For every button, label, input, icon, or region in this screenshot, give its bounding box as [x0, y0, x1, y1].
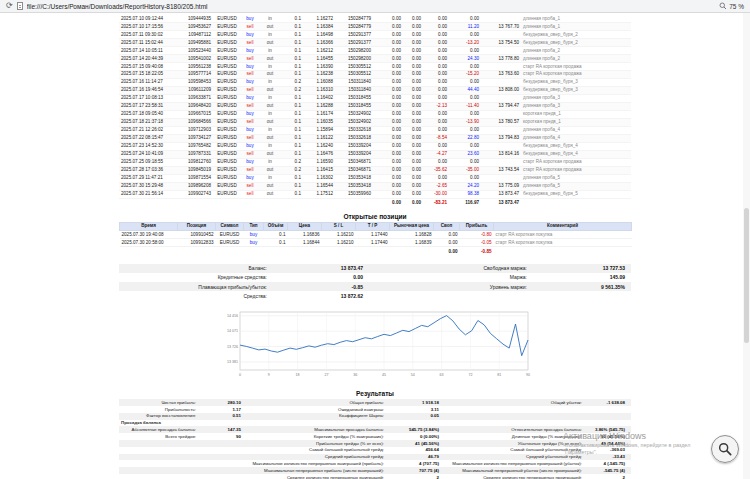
deal-commission: 0.00	[373, 70, 403, 78]
result-value	[585, 406, 631, 413]
deal-profit: -11.40	[449, 102, 481, 110]
magnifier-button[interactable]	[711, 435, 739, 463]
vertical-scrollbar[interactable]	[743, 13, 750, 479]
result-value: 280.10	[199, 399, 247, 406]
deal-comment: длинная проба_1	[521, 22, 631, 30]
deal-price: 1.16476	[303, 150, 335, 158]
deal-commission: 0.00	[373, 134, 403, 142]
deal-comment: короткая предв_1	[521, 110, 631, 118]
deal-type: sell	[241, 54, 259, 62]
result-label	[119, 467, 199, 474]
url-field[interactable]: file:///C:/Users/Роман/Downloads/ReportH…	[27, 3, 715, 10]
deal-comment: старт RA короткая продажа	[521, 158, 631, 166]
deal-balance	[481, 78, 521, 86]
deal-fee: 0.00	[403, 70, 423, 78]
deal-comment: длинная проба_5	[521, 182, 631, 190]
deal-symbol: EURUSD	[213, 110, 241, 118]
deal-time: 2025.07.18 09:05:40	[119, 110, 177, 118]
result-label: Самый большой прибыльный трейд:	[247, 447, 387, 454]
deal-id: 109577714	[177, 70, 213, 78]
result-value	[199, 440, 247, 447]
spacer	[494, 247, 632, 256]
deal-type: sell	[241, 22, 259, 30]
open-total-1: -0.85	[460, 247, 494, 256]
open-position-row: 2025.07.30 20:58:00109912833EURUSDbuy0.1…	[120, 239, 632, 247]
summary-value: 145.09	[529, 273, 631, 282]
deal-direction: out	[259, 134, 281, 142]
position-swap: 0.00	[434, 239, 460, 247]
deal-comment: длинная проба_2	[521, 54, 631, 62]
position-profit: -0.05	[460, 239, 494, 247]
deal-balance: 13 780.57	[481, 118, 521, 126]
deal-time: 2025.07.16 11:14:27	[119, 78, 177, 86]
deal-balance: 13 794.83	[481, 134, 521, 142]
deal-profit: 0.00	[449, 110, 481, 118]
deals-total-4: 13 873.47	[481, 198, 521, 207]
scrollbar-thumb[interactable]	[744, 208, 749, 343]
deal-swap: 0.00	[423, 15, 449, 22]
deal-type: buy	[241, 30, 259, 38]
deal-row: 2025.07.14 20:44:39109541002EURUSDsellou…	[119, 54, 631, 62]
watermark-title: Активация Windows	[563, 431, 713, 442]
open-positions-table: ВремяПозицияСимволТипОбъёмЦенаS / LT / P…	[119, 222, 632, 256]
deal-balance	[481, 15, 521, 22]
deal-comment: длинная проба_3	[521, 102, 631, 110]
result-value: 1 918.18	[387, 399, 445, 406]
deal-order: 150298200	[335, 46, 373, 54]
summary-value: 13 727.53	[529, 264, 631, 273]
deal-direction: out	[259, 102, 281, 110]
result-label: Фактор восстановления:	[119, 413, 199, 420]
deal-swap: 0.00	[423, 78, 449, 86]
deal-row: 2025.07.10 17:15:56109453627EURUSDsellou…	[119, 22, 631, 30]
zoom-indicator[interactable]: 75 %	[719, 2, 744, 10]
results-row: Самый большой прибыльный трейд:456.64Сам…	[119, 447, 631, 454]
deal-price: 1.16455	[303, 54, 335, 62]
deal-symbol: EURUSD	[213, 150, 241, 158]
deal-time: 2025.07.21 12:26:02	[119, 126, 177, 134]
deal-comment: старт RA короткая продажа	[521, 70, 631, 78]
deal-symbol: EURUSD	[213, 70, 241, 78]
deal-id: 109598453	[177, 78, 213, 86]
deal-volume: 0.1	[281, 102, 303, 110]
deal-volume: 0.1	[281, 62, 303, 70]
deal-row: 2025.07.23 14:52:30109765482EURUSDbuyin0…	[119, 142, 631, 150]
deal-balance	[481, 94, 521, 102]
deal-time: 2025.07.17 23:58:31	[119, 102, 177, 110]
result-label: Чистая прибыль:	[119, 399, 199, 406]
result-label: Короткие трейды (% выигравших):	[247, 433, 387, 440]
position-sl: 1.16210	[322, 231, 356, 239]
results-row: Чистая прибыль:280.10Общая прибыль:1 918…	[119, 399, 631, 406]
position-price: 1.16844	[288, 239, 322, 247]
deal-row: 2025.07.16 11:14:27109598453EURUSDbuyin0…	[119, 78, 631, 86]
deal-balance	[481, 30, 521, 38]
magnifier-icon	[717, 441, 733, 457]
result-label: Максимальный непрерывный убыток (число п…	[445, 467, 585, 474]
deal-symbol: EURUSD	[213, 142, 241, 150]
deal-order: 150359960	[335, 190, 373, 198]
deal-time: 2025.07.15 18:22:05	[119, 70, 177, 78]
deal-direction: in	[259, 142, 281, 150]
results-title: Результаты	[119, 390, 631, 397]
position-comment: старт RA короткая покупка	[494, 231, 632, 239]
result-label: Всего трейдов:	[119, 433, 199, 440]
deal-symbol: EURUSD	[213, 182, 241, 190]
deal-order: 150305512	[335, 62, 373, 70]
deal-price: 1.16390	[303, 62, 335, 70]
svg-text:90: 90	[526, 373, 530, 377]
position-type: buy	[244, 239, 264, 247]
deal-row: 2025.07.24 10:41:09109787331EURUSDsellou…	[119, 150, 631, 158]
deal-profit: -15.20	[449, 70, 481, 78]
result-label: Средний прибыльный трейд:	[247, 454, 387, 461]
deal-direction: out	[259, 118, 281, 126]
deal-profit: 0.00	[449, 46, 481, 54]
result-label: Среднее количество непрерывных проигрыше…	[445, 474, 585, 479]
result-value: 0 (0.00%)	[387, 433, 445, 440]
deal-direction: out	[259, 86, 281, 94]
deal-volume: 0.1	[281, 142, 303, 150]
result-label	[445, 406, 585, 413]
results-row: Фактор восстановления:0.51Коэффициент Ша…	[119, 413, 631, 420]
reload-icon[interactable]: ⟳	[6, 2, 13, 10]
deal-direction: in	[259, 126, 281, 134]
deal-volume: 0.1	[281, 150, 303, 158]
deal-time: 2025.07.16 19:46:54	[119, 86, 177, 94]
